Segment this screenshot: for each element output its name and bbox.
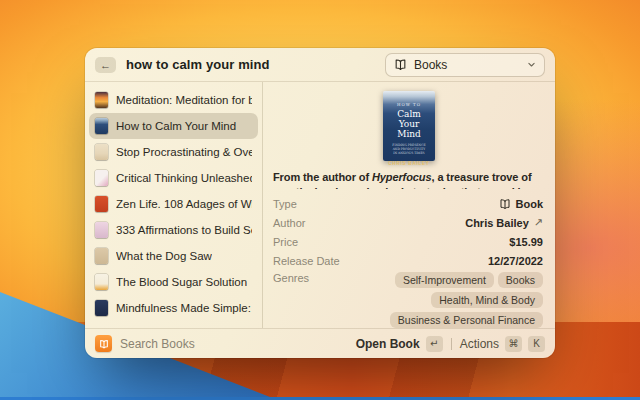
- genre-tag[interactable]: Books: [498, 272, 543, 288]
- field-price: Price $15.99: [273, 232, 543, 251]
- enter-key-badge: ↵: [426, 336, 443, 352]
- list-item-title: Meditation: Meditation for begin…: [116, 94, 252, 106]
- results-list: Meditation: Meditation for begin… How to…: [85, 82, 262, 328]
- list-item-title: Zen Life. 108 Adages of Wisdom: [116, 198, 252, 210]
- list-item-title: Critical Thinking Unleashed: Ho…: [116, 172, 252, 184]
- field-label: Price: [273, 236, 298, 248]
- search-input[interactable]: how to calm your mind: [126, 57, 375, 72]
- metadata-section: Type Book Author Chris Bailey ↗: [263, 189, 555, 328]
- list-item-title: The Blood Sugar Solution: [116, 276, 247, 288]
- author-link[interactable]: Chris Bailey ↗: [465, 216, 543, 229]
- footer-app: Search Books: [95, 335, 195, 352]
- chevron-down-icon: [527, 60, 536, 69]
- k-key-badge: K: [528, 336, 545, 352]
- list-item-title: How to Calm Your Mind: [116, 120, 236, 132]
- back-arrow-icon: ←: [100, 59, 111, 71]
- author-value-text: Chris Bailey: [465, 217, 529, 229]
- list-item-title: What the Dog Saw: [116, 250, 212, 262]
- book-cover-thumbnail: [95, 222, 108, 238]
- list-item[interactable]: 333 Affirmations to Build Self Es…: [89, 217, 258, 243]
- book-description: From the author of Hyperfocus, a treasur…: [263, 169, 555, 189]
- book-cover-container: HOW TO Calm Your Mind FINDING PRESENCE A…: [263, 82, 555, 169]
- genre-tags: Self-Improvement Books Health, Mind & Bo…: [309, 272, 543, 328]
- book-icon: [499, 198, 511, 210]
- search-header: ← how to calm your mind Books: [85, 48, 555, 82]
- launcher-window: ← how to calm your mind Books Meditation…: [85, 48, 555, 358]
- action-bar: Search Books Open Book ↵ Actions ⌘ K: [85, 328, 555, 358]
- genre-tag[interactable]: Self-Improvement: [395, 272, 494, 288]
- field-label: Genres: [273, 272, 309, 284]
- price-value-text: $15.99: [509, 236, 543, 248]
- list-item[interactable]: Zen Life. 108 Adages of Wisdom: [89, 191, 258, 217]
- book-cover-thumbnail: [95, 118, 108, 134]
- list-item[interactable]: Meditation: Meditation for begin…: [89, 87, 258, 113]
- field-value: Book: [499, 198, 544, 210]
- list-item[interactable]: The Blood Sugar Solution: [89, 269, 258, 295]
- field-type: Type Book: [273, 194, 543, 213]
- cmd-key-badge: ⌘: [505, 336, 522, 352]
- cover-author: CHRIS BAILEY: [388, 161, 429, 166]
- category-dropdown[interactable]: Books: [385, 53, 545, 77]
- book-cover-thumbnail: [95, 248, 108, 264]
- list-item[interactable]: Stop Procrastinating & Overthin…: [89, 139, 258, 165]
- detail-panel: HOW TO Calm Your Mind FINDING PRESENCE A…: [262, 82, 555, 328]
- book-cover-thumbnail: [95, 300, 108, 316]
- actions-button[interactable]: Actions: [460, 337, 499, 351]
- list-item[interactable]: Critical Thinking Unleashed: Ho…: [89, 165, 258, 191]
- open-book-button[interactable]: Open Book: [356, 337, 420, 351]
- genre-tag[interactable]: Health, Mind & Body: [431, 292, 543, 308]
- field-label: Author: [273, 217, 305, 229]
- content-area: Meditation: Meditation for begin… How to…: [85, 82, 555, 328]
- footer-app-label: Search Books: [120, 337, 195, 351]
- type-value-text: Book: [516, 198, 544, 210]
- footer-actions: Open Book ↵ Actions ⌘ K: [356, 336, 545, 352]
- back-button[interactable]: ←: [95, 57, 116, 73]
- field-label: Release Date: [273, 255, 340, 267]
- list-item-title: 333 Affirmations to Build Self Es…: [116, 224, 252, 236]
- book-cover-thumbnail: [95, 274, 108, 290]
- cover-eyebrow: HOW TO: [397, 102, 421, 107]
- external-link-icon: ↗: [534, 216, 543, 229]
- book-icon: [394, 58, 407, 71]
- release-date-value-text: 12/27/2022: [488, 255, 543, 267]
- list-item[interactable]: Mindfulness Made Simple: An In…: [89, 295, 258, 321]
- book-cover-thumbnail: [95, 144, 108, 160]
- description-text: From the author of: [273, 171, 372, 183]
- footer-divider: [451, 338, 452, 350]
- cover-subtitle: FINDING PRESENCE AND PRODUCTIVITY IN ANX…: [391, 143, 427, 155]
- field-release-date: Release Date 12/27/2022: [273, 251, 543, 270]
- book-cover-thumbnail: [95, 170, 108, 186]
- field-label: Type: [273, 198, 297, 210]
- category-dropdown-label: Books: [414, 58, 520, 72]
- book-cover-thumbnail: [95, 92, 108, 108]
- field-genres: Genres Self-Improvement Books Health, Mi…: [273, 272, 543, 328]
- book-cover-thumbnail: [95, 196, 108, 212]
- list-item-selected[interactable]: How to Calm Your Mind: [89, 113, 258, 139]
- list-item[interactable]: What the Dog Saw: [89, 243, 258, 269]
- cover-title: Calm Your Mind: [388, 109, 430, 139]
- books-app-icon: [95, 335, 112, 352]
- list-item-title: Mindfulness Made Simple: An In…: [116, 302, 252, 314]
- field-author: Author Chris Bailey ↗: [273, 213, 543, 232]
- description-italic: Hyperfocus: [372, 171, 432, 183]
- list-item-title: Stop Procrastinating & Overthin…: [116, 146, 252, 158]
- book-cover-image: HOW TO Calm Your Mind FINDING PRESENCE A…: [383, 91, 435, 161]
- genre-tag[interactable]: Business & Personal Finance: [390, 312, 543, 328]
